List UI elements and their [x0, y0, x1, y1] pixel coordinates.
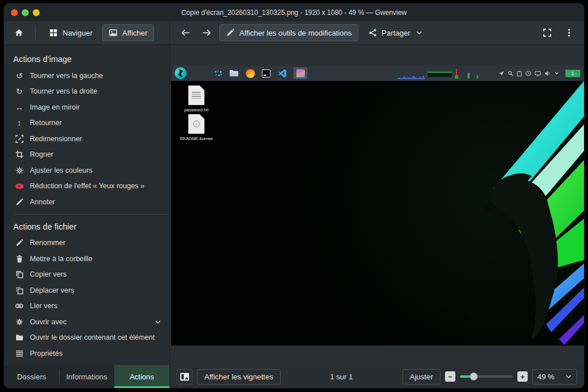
rotate-right-icon: ↻ [14, 87, 24, 96]
show-thumbnails-button[interactable]: Afficher les vignettes [197, 369, 281, 385]
chevron-down-icon [565, 373, 572, 380]
viewed-image[interactable]: 1 password.txt i READ [171, 65, 584, 346]
edit-tools-button-label: Afficher les outils de modifications [239, 29, 352, 37]
sidebar-item-mirror[interactable]: ↔ Image en miroir [4, 99, 169, 115]
pencil-icon [226, 28, 235, 37]
view-button-label: Afficher [122, 29, 148, 37]
properties-icon [14, 350, 24, 358]
red-eye-icon [14, 184, 24, 189]
depicted-system-tray: 1 [498, 69, 581, 77]
gear-icon [14, 318, 24, 326]
depicted-desktop: password.txt i README.license [171, 81, 584, 346]
resize-icon [14, 135, 24, 143]
sidebar-item-properties[interactable]: Propriétés [4, 346, 169, 362]
zoom-level-dropdown[interactable]: 49 % [532, 369, 577, 385]
sidebar-item-rename[interactable]: Renommer [4, 235, 169, 251]
sidebar-item-red-eye[interactable]: Réduction de l'effet « Yeux rouges » [4, 178, 169, 195]
image-actions-header: Actions d'image [4, 51, 169, 68]
main-area: Actions d'image ↺ Tourner vers la gauche… [4, 45, 584, 365]
sidebar-item-trash[interactable]: Mettre à la corbeille [4, 251, 169, 267]
sidebar-item-copy-to[interactable]: Copier vers [4, 267, 169, 283]
forward-button[interactable] [198, 24, 216, 41]
battery-indicator: 1 [565, 69, 581, 77]
zoom-in-button[interactable]: + [517, 371, 528, 382]
zoom-out-button[interactable]: − [445, 371, 455, 382]
tab-actions[interactable]: Actions [114, 365, 169, 388]
fullscreen-button[interactable] [538, 24, 556, 41]
arrow-right-icon [202, 28, 212, 37]
image-icon [109, 28, 118, 37]
file-label: password.txt [184, 107, 208, 112]
home-button[interactable] [10, 24, 28, 41]
fullscreen-icon [543, 28, 552, 37]
zoom-slider-handle[interactable] [470, 372, 478, 381]
sidebar-item-rotate-left[interactable]: ↺ Tourner vers la gauche [4, 68, 169, 84]
grid-icon [49, 28, 58, 37]
system-monitor-graphs [397, 68, 483, 79]
window-close-button[interactable] [11, 9, 18, 16]
tray-chevron-icon [554, 71, 559, 76]
sidebar-item-annotate[interactable]: Annoter [4, 194, 169, 210]
browse-button[interactable]: Naviguer [42, 24, 99, 41]
file-manager-icon [229, 68, 239, 78]
sidebar-item-link-to[interactable]: Lier vers [4, 298, 169, 315]
toolbar-separator [35, 26, 36, 40]
rotate-left-icon: ↺ [14, 71, 24, 80]
sidebar-divider [14, 214, 167, 215]
fit-button[interactable]: Ajuster [403, 369, 440, 385]
sidebar-item-open-with[interactable]: Ouvrir avec [4, 314, 169, 330]
bottom-bar: Dossiers Informations Actions Afficher l… [4, 365, 584, 388]
sidebar-item-adjust-colors[interactable]: Ajuster les couleurs [4, 162, 169, 178]
flip-icon: ↕ [14, 118, 24, 127]
tab-dossiers[interactable]: Dossiers [4, 365, 59, 388]
image-viewport[interactable]: 1 password.txt i READ [170, 45, 584, 365]
sidebar-item-resize[interactable]: Redimensionner [4, 131, 169, 147]
window-maximize-button[interactable] [33, 9, 40, 16]
sidebar-item-move-to[interactable]: Déplacer vers [4, 282, 169, 298]
depicted-taskbar: 1 [171, 65, 584, 81]
gwenview-window: Copie d'écran_20260310_130325.png - 1920… [3, 3, 585, 389]
share-button[interactable]: Partager [362, 24, 430, 41]
parrot-wallpaper-art [406, 81, 584, 346]
tray-display-icon [535, 71, 541, 76]
arrow-left-icon [180, 28, 190, 37]
tray-clipboard-icon [517, 71, 522, 76]
tray-screenshot-icon [508, 71, 513, 76]
sidebar-item-rotate-right[interactable]: ↻ Tourner vers la droite [4, 84, 169, 100]
overflow-menu-button[interactable] [560, 24, 578, 41]
back-button[interactable] [176, 24, 194, 41]
firefox-icon [245, 68, 255, 78]
tray-volume-icon [544, 71, 551, 76]
window-minimize-button[interactable] [22, 9, 29, 16]
kebab-menu-icon [564, 28, 574, 37]
chevron-down-icon [154, 319, 161, 325]
rename-pencil-icon [14, 239, 24, 247]
sidebar-item-open-containing-folder[interactable]: Ouvrir le dossier contenant cet élément [4, 330, 169, 346]
trash-icon [14, 255, 24, 263]
thumbnail-bar-icon [180, 372, 189, 381]
thumbnail-bar-toggle-button[interactable] [177, 369, 192, 385]
annotate-pencil-icon [14, 198, 24, 206]
file-label: README.license [180, 136, 213, 141]
tab-informations[interactable]: Informations [59, 365, 114, 388]
text-file-icon [188, 86, 204, 105]
license-file-icon: i [188, 114, 204, 134]
tray-clock-icon [525, 71, 531, 76]
sidebar-item-flip[interactable]: ↕ Retourner [4, 115, 169, 131]
sidebar-tabbar: Dossiers Informations Actions [4, 365, 170, 388]
actions-sidebar: Actions d'image ↺ Tourner vers la gauche… [4, 45, 170, 365]
image-viewer-icon [293, 67, 307, 79]
chevron-down-icon [416, 29, 423, 36]
titlebar[interactable]: Copie d'écran_20260310_130325.png - 1920… [4, 3, 584, 21]
vscode-icon [277, 68, 287, 78]
tray-network-icon [498, 71, 504, 76]
sidebar-item-crop[interactable]: Rogner [4, 147, 169, 163]
workspace-pager-icon [213, 68, 223, 78]
depicted-file-readme: i README.license [178, 114, 215, 141]
share-button-label: Partager [382, 29, 411, 37]
edit-tools-button[interactable]: Afficher les outils de modifications [219, 24, 358, 41]
zoom-slider[interactable] [460, 371, 513, 382]
mirror-icon: ↔ [14, 103, 24, 112]
zoom-level-value: 49 % [537, 372, 555, 381]
view-button[interactable]: Afficher [102, 24, 154, 41]
